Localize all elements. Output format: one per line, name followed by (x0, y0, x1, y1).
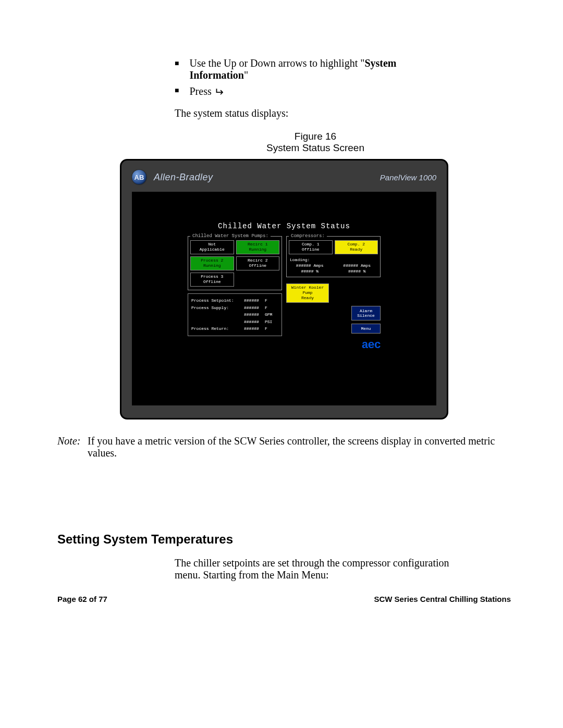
screen-title: Chilled Water System Status (188, 222, 381, 230)
hmi-panel: AB Allen-Bradley PanelView 1000 Chilled … (120, 159, 448, 419)
compressor-tile: Comp. 2Ready (335, 240, 378, 254)
hmi-model: PanelView 1000 (380, 173, 436, 182)
pump-tile: Recirc 1Running (236, 240, 280, 254)
note-text: If you have a metric version of the SCW … (88, 435, 511, 459)
bullet-1-text: Use the Up or Down arrows to highlight "… (189, 57, 456, 81)
page-footer: Page 62 of 77 SCW Series Central Chillin… (57, 595, 511, 603)
hmi-header: AB Allen-Bradley PanelView 1000 (132, 170, 436, 184)
note-paragraph: Note: If you have a metric version of th… (57, 435, 511, 459)
bullet-icon: ■ (175, 87, 179, 98)
section-heading: Setting System Temperatures (57, 532, 511, 547)
figure-number: Figure 16 (295, 131, 336, 142)
winter-kooler-tile: Winter KoolerPumpReady (286, 283, 329, 303)
aec-logo: aec (286, 339, 381, 352)
readout-row: Process Return:######F (191, 325, 278, 332)
bullet-1-post: " (244, 69, 248, 81)
pumps-legend: Chilled Water System Pumps: (190, 233, 271, 239)
loading-label: Loading: (290, 257, 378, 262)
readout-row: Process Supply:######F (191, 304, 278, 312)
ab-logo-icon: AB (132, 170, 146, 184)
section-text: The chiller setpoints are set through th… (175, 557, 467, 581)
bullet-2: ■ Press ↵ (175, 84, 456, 98)
figure-caption: Figure 16 System Status Screen (175, 131, 456, 154)
compressor-tile: Comp. 1Offline (289, 240, 333, 254)
footer-title: SCW Series Central Chilling Stations (374, 595, 511, 603)
pump-tile: Process 3Offline (190, 273, 234, 287)
readout-row: ######GPM (191, 311, 278, 318)
footer-page: Page 62 of 77 (57, 595, 107, 603)
intro-block: ■ Use the Up or Down arrows to highlight… (175, 57, 456, 154)
note-label: Note: (57, 435, 88, 459)
pumps-group: Chilled Water System Pumps: NotApplicabl… (188, 233, 282, 290)
intro-after: The system status displays: (175, 107, 456, 119)
enter-icon: ↵ (214, 85, 224, 99)
figure-title: System Status Screen (266, 142, 364, 153)
compressors-group: Compressors: Comp. 1OfflineComp. 2Ready … (286, 233, 381, 277)
bullet-1-pre: Use the Up or Down arrows to highlight " (189, 57, 364, 69)
pump-tile: Recirc 2Offline (236, 256, 280, 270)
comp-legend: Compressors: (289, 233, 327, 239)
pump-tile: Process 2Running (190, 256, 234, 270)
hmi-brand: Allen-Bradley (154, 172, 213, 183)
bullet-1: ■ Use the Up or Down arrows to highlight… (175, 57, 456, 81)
readouts-group: Process Setpoint:######FProcess Supply:#… (188, 293, 282, 336)
readout-row: ######PSI (191, 318, 278, 326)
bullet-2-label: Press (189, 85, 214, 97)
hmi-screen: Chilled Water System Status Chilled Wate… (132, 192, 436, 405)
alarm-silence-button[interactable]: Alarm Silence (351, 306, 381, 320)
readout-row: Process Setpoint:######F (191, 297, 278, 304)
menu-button[interactable]: Menu (351, 324, 381, 334)
bullet-icon: ■ (175, 59, 179, 81)
pump-tile: NotApplicable (190, 240, 234, 254)
bullet-2-text: Press ↵ (189, 84, 223, 98)
